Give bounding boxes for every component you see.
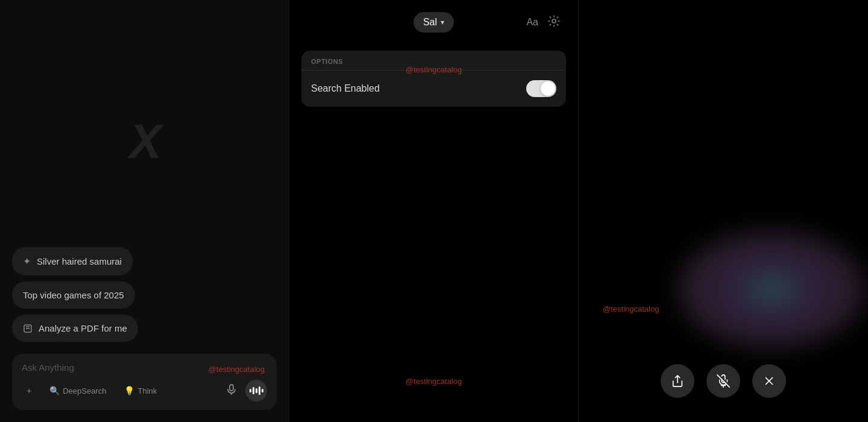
watermark-center-top: @testingcatalog [406,65,462,74]
watermark-right: @testingcatalog [603,304,659,313]
suggestions-area: ✦ Silver haired samurai Top video games … [0,247,289,354]
voice-wave-button[interactable] [245,380,267,402]
mute-icon [717,374,730,388]
search-enabled-label: Search Enabled [311,83,380,94]
options-section: OPTIONS Search Enabled [301,51,566,107]
logo-area: X [0,0,289,247]
close-button[interactable] [752,364,786,398]
font-size-button[interactable]: Aa [526,17,538,28]
user-selector-label: Sal [423,17,437,28]
center-panel: Sal ▾ Aa OPTIONS Search Enabled @testing… [289,0,579,422]
deepsearch-label: DeepSearch [63,386,106,395]
suggestion-icon-3 [23,324,33,333]
wave-icon [250,386,263,395]
right-panel: @testingcatalog [579,0,868,422]
bottom-actions [661,364,786,398]
lightbulb-icon: 💡 [124,386,134,395]
suggestion-label-2: Top video games of 2025 [23,290,124,300]
mic-button[interactable] [226,384,237,398]
suggestion-label-3: Analyze a PDF for me [39,323,127,333]
think-button[interactable]: 💡 Think [119,383,162,398]
glow-effect [675,229,868,350]
header-right: Aa [526,15,560,30]
deepsearch-button[interactable]: 🔍 DeepSearch [45,383,111,398]
settings-button[interactable] [548,15,560,30]
share-button[interactable] [661,364,694,398]
search-enabled-row: Search Enabled [301,71,566,107]
think-label: Think [137,386,157,395]
svg-rect-3 [230,385,233,391]
chevron-down-icon: ▾ [441,18,444,27]
user-selector-button[interactable]: Sal ▾ [414,12,454,33]
left-panel: X ✦ Silver haired samurai Top video game… [0,0,289,422]
suggestion-silver-samurai[interactable]: ✦ Silver haired samurai [12,247,133,276]
suggestion-icon-1: ✦ [23,256,31,267]
app-logo: X [130,114,159,169]
add-button[interactable]: + [22,383,36,398]
input-bar: Ask Anything + 🔍 DeepSearch 💡 Think [12,354,277,410]
suggestion-label-1: Silver haired samurai [37,256,122,266]
center-header: Sal ▾ Aa [289,0,578,45]
toggle-thumb [541,81,555,96]
add-icon: + [27,386,31,395]
input-actions-row: + 🔍 DeepSearch 💡 Think [22,380,267,402]
search-icon: 🔍 [49,386,60,395]
watermark-center-bottom: @testingcatalog [406,377,462,386]
svg-point-5 [552,19,556,23]
share-icon [671,374,684,388]
watermark-left: @testingcatalog [209,365,265,374]
suggestion-analyze-pdf[interactable]: Analyze a PDF for me [12,315,138,342]
search-enabled-toggle[interactable] [526,80,556,97]
close-icon [763,374,776,388]
mute-button[interactable] [706,364,740,398]
suggestion-top-video-games[interactable]: Top video games of 2025 [12,282,135,309]
